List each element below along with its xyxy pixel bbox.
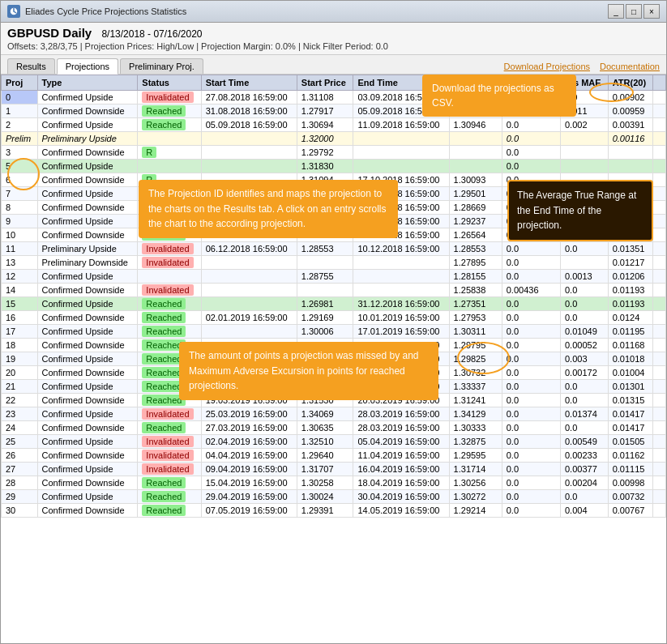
cell-filler xyxy=(653,352,666,366)
cell-proj[interactable]: 29 xyxy=(2,490,38,504)
col-start-price: Start Price xyxy=(297,75,353,91)
cell-proj[interactable]: 26 xyxy=(2,449,38,463)
cell-proj[interactable]: 23 xyxy=(2,407,38,421)
cell-filler xyxy=(653,463,666,476)
csv-tooltip: Download the projections as CSV. xyxy=(422,75,576,117)
table-row[interactable]: 28 Confirmed Downside Reached 15.04.2019… xyxy=(2,476,666,490)
cell-proj[interactable]: 11 xyxy=(2,242,38,256)
cell-status: R xyxy=(138,146,201,160)
cell-status xyxy=(138,270,201,284)
table-row[interactable]: 12 Confirmed Upside 1.28755 1.28155 0.0 … xyxy=(2,270,666,284)
cell-end-time: 05.04.2019 16:59:00 xyxy=(353,435,449,449)
cell-type: Confirmed Downside xyxy=(37,394,138,407)
table-row[interactable]: 26 Confirmed Downside Invalidated 04.04.… xyxy=(2,449,666,463)
cell-pts-mae xyxy=(561,160,609,173)
cell-pts-missed: 0.00436 xyxy=(502,284,560,297)
cell-proj[interactable]: 19 xyxy=(2,352,38,366)
table-row[interactable]: 15 Confirmed Upside Reached 1.26981 31.1… xyxy=(2,297,666,311)
cell-filler xyxy=(653,118,666,132)
cell-proj[interactable]: 14 xyxy=(2,284,38,297)
cell-proj[interactable]: 12 xyxy=(2,270,38,284)
table-row[interactable]: 27 Confirmed Upside Invalidated 09.04.20… xyxy=(2,463,666,476)
cell-proj[interactable]: 6 xyxy=(2,173,38,187)
cell-start-price: 1.34069 xyxy=(297,407,353,421)
table-row[interactable]: 2 Confirmed Upside Reached 05.09.2018 16… xyxy=(2,118,666,132)
content-area: Download the projections as CSV. The Pro… xyxy=(1,75,666,643)
tabs-row: Results Projections Preliminary Proj. Do… xyxy=(1,55,666,75)
cell-proj[interactable]: 27 xyxy=(2,463,38,476)
table-row[interactable]: 25 Confirmed Upside Invalidated 02.04.20… xyxy=(2,435,666,449)
cell-pts-missed: 0.0 xyxy=(502,490,560,504)
table-row[interactable]: 16 Confirmed Downside Reached 02.01.2019… xyxy=(2,311,666,325)
cell-proj[interactable]: 22 xyxy=(2,394,38,407)
cell-status: Invalidated xyxy=(138,242,201,256)
cell-proj[interactable]: 5 xyxy=(2,160,38,173)
table-row[interactable]: 5 Confirmed Upside 1.31830 0.0 xyxy=(2,160,666,173)
cell-proj[interactable]: 10 xyxy=(2,228,38,242)
table-row[interactable]: Prelim Preliminary Upside 1.32000 0.0 0.… xyxy=(2,132,666,146)
cell-proj[interactable]: 16 xyxy=(2,311,38,325)
download-projections-link[interactable]: Download Projections xyxy=(504,62,590,71)
cell-proj[interactable]: 8 xyxy=(2,201,38,215)
app-icon xyxy=(7,5,20,18)
cell-proj[interactable]: 3 xyxy=(2,146,38,160)
cell-proj[interactable]: 0 xyxy=(2,91,38,104)
cell-start-price: 1.30694 xyxy=(297,118,353,132)
cell-filler xyxy=(653,421,666,435)
table-row[interactable]: 30 Confirmed Downside Reached 07.05.2019… xyxy=(2,504,666,518)
cell-pts-mae xyxy=(561,132,609,146)
table-row[interactable]: 3 Confirmed Downside R 1.29792 0.0 xyxy=(2,146,666,160)
cell-proj[interactable]: 7 xyxy=(2,187,38,201)
cell-end-price: 1.32875 xyxy=(449,435,502,449)
table-row[interactable]: 24 Confirmed Downside Reached 27.03.2019… xyxy=(2,421,666,435)
cell-proj[interactable]: 18 xyxy=(2,339,38,352)
table-row[interactable]: 17 Confirmed Upside Reached 1.30006 17.0… xyxy=(2,325,666,339)
cell-proj[interactable]: 28 xyxy=(2,476,38,490)
tab-results[interactable]: Results xyxy=(7,58,55,74)
documentation-link[interactable]: Documentation xyxy=(600,62,660,71)
cell-proj[interactable]: 30 xyxy=(2,504,38,518)
cell-proj[interactable]: 9 xyxy=(2,215,38,228)
cell-type: Confirmed Downside xyxy=(37,366,138,380)
cell-filler xyxy=(653,173,666,187)
cell-end-price: 1.30093 xyxy=(449,173,502,187)
cell-type: Confirmed Upside xyxy=(37,352,138,366)
cell-proj[interactable]: 13 xyxy=(2,256,38,270)
cell-end-time: 28.03.2019 16:59:00 xyxy=(353,407,449,421)
cell-filler xyxy=(653,146,666,160)
cell-proj[interactable]: Prelim xyxy=(2,132,38,146)
table-row[interactable]: 11 Preliminary Upside Invalidated 06.12.… xyxy=(2,242,666,256)
cell-proj[interactable]: 2 xyxy=(2,118,38,132)
table-row[interactable]: 23 Confirmed Upside Invalidated 25.03.20… xyxy=(2,407,666,421)
cell-proj[interactable]: 24 xyxy=(2,421,38,435)
cell-filler xyxy=(653,215,666,228)
cell-proj[interactable]: 21 xyxy=(2,380,38,394)
cell-type: Confirmed Downside xyxy=(37,104,138,118)
cell-start-price: 1.30258 xyxy=(297,476,353,490)
main-window: Eliades Cycle Price Projections Statisti… xyxy=(0,0,667,644)
tab-preliminary[interactable]: Preliminary Proj. xyxy=(120,58,203,74)
table-row[interactable]: 13 Preliminary Downside Invalidated 1.27… xyxy=(2,256,666,270)
cell-proj[interactable]: 20 xyxy=(2,366,38,380)
cell-proj[interactable]: 15 xyxy=(2,297,38,311)
cell-atr: 0.00391 xyxy=(608,118,652,132)
maximize-button[interactable]: □ xyxy=(626,4,642,19)
cell-pts-mae: 0.002 xyxy=(561,118,609,132)
cell-pts-mae: 0.0 xyxy=(561,421,609,435)
cell-proj[interactable]: 17 xyxy=(2,325,38,339)
cell-end-price: 1.30732 xyxy=(449,366,502,380)
cell-end-price: 1.29501 xyxy=(449,187,502,201)
cell-type: Confirmed Upside xyxy=(37,380,138,394)
table-row[interactable]: 14 Confirmed Downside Invalidated 1.2583… xyxy=(2,284,666,297)
close-button[interactable]: × xyxy=(643,4,660,19)
cell-proj[interactable]: 1 xyxy=(2,104,38,118)
minimize-button[interactable]: _ xyxy=(608,4,624,19)
table-row[interactable]: 29 Confirmed Upside Reached 29.04.2019 1… xyxy=(2,490,666,504)
tab-projections[interactable]: Projections xyxy=(57,58,118,75)
cell-pts-mae: 0.004 xyxy=(561,504,609,518)
cell-filler xyxy=(653,201,666,215)
cell-atr: 0.00732 xyxy=(608,490,652,504)
cell-end-price: 1.33337 xyxy=(449,380,502,394)
cell-proj[interactable]: 25 xyxy=(2,435,38,449)
cell-status: Reached xyxy=(138,325,201,339)
